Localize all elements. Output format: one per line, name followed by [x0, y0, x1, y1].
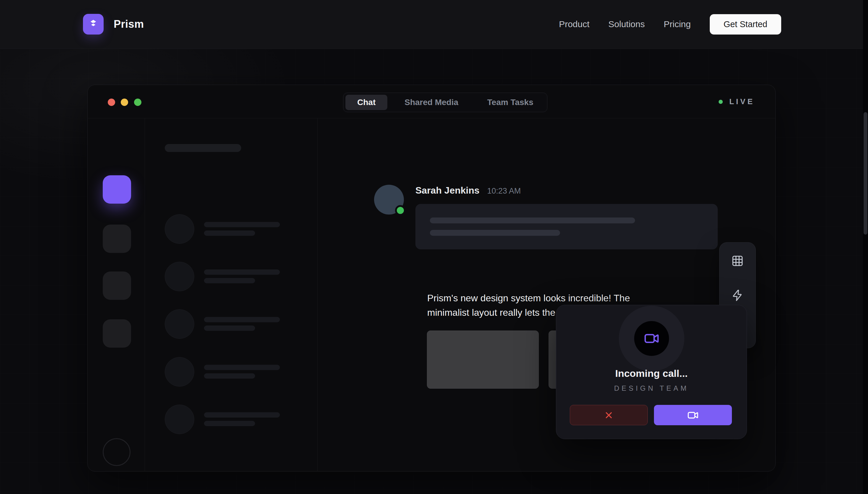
video-camera-icon [634, 321, 669, 356]
decline-call-button[interactable] [570, 405, 648, 425]
video-camera-icon [687, 410, 699, 421]
x-icon [604, 410, 614, 420]
accept-call-button[interactable] [654, 405, 732, 425]
message-timestamp: 10:23 AM [487, 187, 521, 196]
sidebar-item-4[interactable] [103, 319, 131, 348]
window-titlebar: Chat Shared Media Team Tasks LIVE [88, 85, 775, 118]
sender-avatar [374, 185, 404, 214]
skeleton-line [204, 365, 280, 370]
brand[interactable]: Prism [83, 14, 144, 35]
skeleton-line [204, 421, 255, 426]
sidebar-item-3[interactable] [103, 271, 131, 300]
sidebar-user-avatar[interactable] [103, 438, 131, 466]
pulse-ring [619, 306, 684, 371]
live-status-dot-icon [719, 100, 723, 104]
nav-link-product[interactable]: Product [559, 19, 589, 29]
conversation-list [145, 118, 318, 472]
call-title: Incoming call... [556, 368, 747, 379]
call-subtitle: DESIGN TEAM [556, 384, 747, 393]
nav-link-solutions[interactable]: Solutions [608, 19, 645, 29]
top-navbar: Prism Product Solutions Pricing Get Star… [0, 0, 868, 49]
skeleton-line [204, 230, 255, 236]
page: Prism Product Solutions Pricing Get Star… [0, 0, 868, 494]
live-label: LIVE [729, 97, 755, 106]
skeleton-line [204, 325, 255, 331]
avatar [165, 404, 194, 434]
message-bubble-skeleton [415, 204, 718, 249]
list-item[interactable] [145, 262, 318, 297]
skeleton-line [204, 269, 280, 275]
list-item[interactable] [145, 357, 318, 393]
list-item[interactable] [145, 214, 318, 250]
skeleton-line [430, 230, 560, 236]
tab-chat[interactable]: Chat [345, 95, 388, 110]
skeleton-line [204, 222, 280, 227]
close-window-button[interactable] [108, 99, 115, 106]
skeleton-line [204, 412, 280, 418]
avatar [165, 214, 194, 244]
list-item[interactable] [145, 309, 318, 345]
page-scrollbar-track [863, 0, 868, 494]
avatar [165, 309, 194, 339]
nav-link-pricing[interactable]: Pricing [664, 19, 691, 29]
get-started-button[interactable]: Get Started [710, 14, 781, 35]
zoom-window-button[interactable] [134, 99, 141, 106]
avatar [165, 357, 194, 386]
skeleton-line [204, 278, 255, 283]
online-status-dot-icon [395, 205, 405, 216]
skeleton-line [204, 373, 255, 379]
tab-team-tasks[interactable]: Team Tasks [475, 95, 545, 110]
sender-name: Sarah Jenkins [415, 185, 479, 196]
tab-bar: Chat Shared Media Team Tasks [343, 93, 547, 112]
skeleton-list-header [165, 144, 241, 152]
minimize-window-button[interactable] [121, 99, 128, 106]
zap-icon[interactable] [731, 289, 744, 302]
skeleton-line [430, 217, 635, 223]
skeleton-line [204, 317, 280, 322]
live-badge: LIVE [719, 85, 755, 118]
list-item[interactable] [145, 404, 318, 440]
incoming-call-modal: Incoming call... DESIGN TEAM [556, 305, 747, 439]
sidebar-icon-rail [88, 118, 145, 472]
message-header: Sarah Jenkins 10:23 AM [415, 185, 521, 196]
brand-name: Prism [114, 18, 144, 31]
page-scrollbar-thumb[interactable] [864, 112, 867, 234]
sidebar-item-2[interactable] [103, 225, 131, 253]
prism-logo [83, 14, 103, 35]
call-actions [570, 405, 734, 425]
grid-icon[interactable] [731, 254, 744, 267]
sidebar-item-active[interactable] [103, 175, 131, 204]
media-attachment[interactable] [427, 330, 539, 388]
nav-links: Product Solutions Pricing Get Started [559, 14, 781, 35]
layers-icon [88, 18, 99, 30]
avatar [165, 262, 194, 291]
tab-shared-media[interactable]: Shared Media [393, 95, 470, 110]
